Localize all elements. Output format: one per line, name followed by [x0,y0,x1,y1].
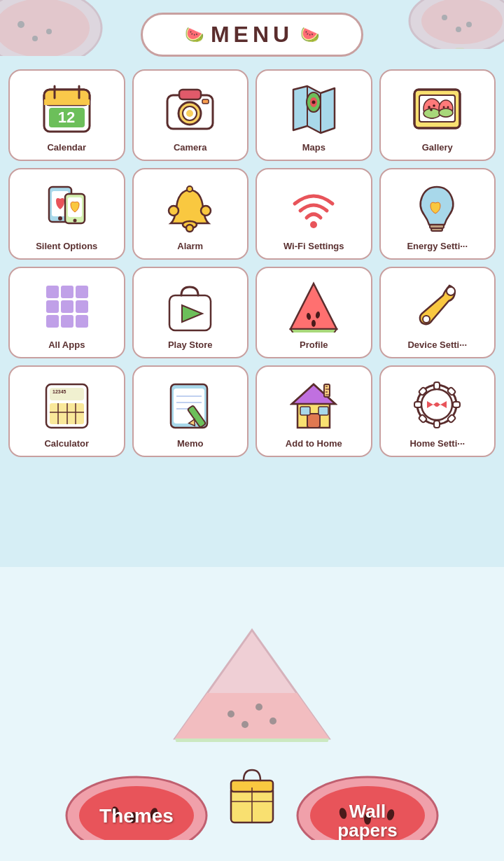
energy-settings-icon [410,179,465,235]
maps-label: Maps [302,142,326,153]
svg-point-45 [58,216,62,220]
add-to-home-icon [286,377,342,433]
grid-item-calculator[interactable]: 12345 Calculator [8,365,125,457]
svg-point-48 [73,218,76,222]
svg-rect-14 [44,99,90,105]
grid-item-play-store[interactable]: Play Store [132,267,249,358]
bottom-section: Themes [0,567,504,861]
grid-item-camera[interactable]: Camera [132,69,249,161]
grid-item-device-settings[interactable]: Device Setti··· [379,267,496,358]
svg-point-54 [310,221,317,228]
svg-rect-57 [46,286,59,298]
svg-text:Wall: Wall [349,801,386,822]
svg-rect-59 [76,286,88,298]
svg-rect-62 [76,300,88,313]
alarm-icon [162,179,218,235]
bottom-buttons: Themes [63,756,441,840]
memo-label: Memo [177,438,204,449]
svg-rect-92 [307,414,320,428]
svg-point-36 [428,106,430,108]
profile-icon [286,278,342,334]
svg-point-52 [169,206,178,216]
svg-text:12: 12 [58,108,75,126]
svg-point-53 [201,206,211,216]
grid-item-all-apps[interactable]: All Apps [8,267,125,358]
themes-button[interactable]: Themes [63,756,210,840]
calculator-icon: 12345 [38,377,94,433]
menu-title-bar: 🍉 MENU 🍉 [141,13,363,57]
svg-point-42 [447,106,449,108]
grid-item-home-settings[interactable]: Home Setti··· [379,365,496,457]
svg-rect-63 [46,315,59,328]
svg-rect-65 [76,315,88,328]
svg-point-40 [439,108,453,117]
svg-rect-93 [300,407,310,415]
camera-icon [162,80,218,136]
wallpapers-button[interactable]: Wall papers [294,756,441,840]
gallery-icon [410,80,465,136]
silent-options-icon [38,179,94,235]
svg-rect-60 [46,300,59,313]
left-watermelon-icon: 🍉 [185,26,204,44]
svg-point-73 [423,316,430,323]
svg-rect-58 [61,286,74,298]
svg-point-37 [433,104,435,107]
store-button[interactable] [224,766,280,830]
add-to-home-label: Add to Home [286,438,342,449]
svg-point-30 [312,100,315,104]
energy-settings-label: Energy Setti··· [407,241,468,251]
grid-item-gallery[interactable]: Gallery [379,69,496,161]
svg-point-119 [270,718,276,724]
calculator-label: Calculator [44,438,89,449]
svg-point-51 [186,225,193,232]
svg-rect-104 [414,402,421,407]
svg-rect-24 [202,99,209,104]
svg-rect-102 [434,382,440,389]
device-settings-label: Device Setti··· [407,340,467,350]
svg-rect-56 [431,228,442,231]
svg-rect-20 [179,90,201,99]
svg-text:12345: 12345 [52,389,66,394]
alarm-label: Alarm [177,241,203,251]
calendar-icon: 12 [38,80,94,136]
home-settings-label: Home Setti··· [410,438,465,449]
home-settings-icon [410,377,465,433]
svg-marker-115 [175,738,329,742]
profile-label: Profile [300,340,328,350]
svg-point-74 [447,287,455,295]
camera-label: Camera [174,142,207,153]
grid-item-alarm[interactable]: Alarm [132,168,249,260]
silent-options-label: Silent Options [36,241,97,251]
grid-item-maps[interactable]: Maps [255,69,372,161]
grid-item-calendar[interactable]: 12 Calendar [8,69,125,161]
device-settings-icon [410,278,465,334]
svg-point-116 [227,710,234,718]
svg-rect-61 [61,300,74,313]
gallery-label: Gallery [422,142,453,153]
svg-text:papers: papers [337,820,397,840]
svg-point-23 [186,110,193,117]
svg-point-38 [430,108,433,111]
all-apps-label: All Apps [48,340,85,350]
play-store-label: Play Store [168,340,213,350]
svg-rect-105 [453,402,460,407]
right-watermelon-icon: 🍉 [300,26,319,44]
wifi-settings-icon [286,179,342,235]
grid-item-wifi-settings[interactable]: Wi-Fi Settings [255,168,372,260]
svg-text:Themes: Themes [99,805,174,827]
grid-item-silent-options[interactable]: Silent Options [8,168,125,260]
memo-icon [162,377,218,433]
all-apps-icon [38,278,94,334]
grid-item-memo[interactable]: Memo [132,365,249,457]
svg-rect-103 [434,421,440,428]
app-grid: 12 Calendar Camera [8,69,496,457]
svg-point-49 [187,186,192,192]
svg-point-111 [435,402,439,407]
grid-item-add-to-home[interactable]: Add to Home [255,365,372,457]
svg-marker-69 [290,329,337,332]
menu-title: MENU [211,22,293,48]
svg-rect-94 [318,407,328,415]
svg-point-117 [255,704,262,710]
grid-item-energy-settings[interactable]: Energy Setti··· [379,168,496,260]
grid-item-profile[interactable]: Profile [255,267,372,358]
